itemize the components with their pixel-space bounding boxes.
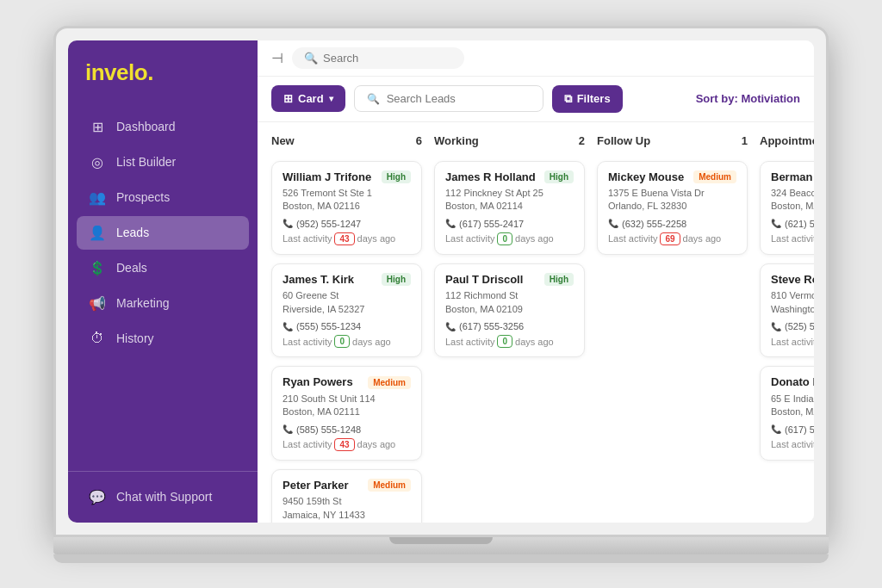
main-content: ⊣ 🔍 ⊞ Card ▾ 🔍 — [258, 40, 814, 523]
dashboard-icon: ⊞ — [89, 119, 106, 135]
lead-phone: 📞(555) 555-1234 — [283, 321, 411, 331]
lead-name-row: Steve Rogers — [771, 273, 814, 287]
laptop-bottom — [53, 554, 829, 563]
sidebar-item-dashboard[interactable]: ⊞ Dashboard — [77, 110, 249, 144]
lead-name-row: James R HollandHigh — [445, 170, 574, 184]
search-leads-icon: 🔍 — [367, 93, 380, 105]
lead-card[interactable]: James R HollandHigh112 Pinckney St Apt 2… — [434, 161, 585, 255]
global-search-box: 🔍 — [292, 47, 464, 69]
lead-card[interactable]: Peter ParkerMedium9450 159th StJamaica, … — [271, 469, 422, 523]
lead-name: James T. Kirk — [283, 273, 354, 287]
filters-button[interactable]: ⧉ Filters — [552, 85, 623, 113]
activity-days-badge: 0 — [497, 335, 512, 348]
sidebar-item-list-builder[interactable]: ◎ List Builder — [77, 145, 249, 179]
lead-name-row: Ryan PowersMedium — [283, 375, 411, 389]
leads-search-input[interactable] — [387, 92, 531, 105]
col-header: New6 — [271, 134, 422, 152]
lead-phone: 📞(617) 555-996... — [771, 424, 814, 435]
sidebar-item-history[interactable]: ⏱ History — [77, 322, 249, 355]
lead-phone: 📞(585) 555-1248 — [283, 424, 411, 435]
lead-address: 112 Pinckney St Apt 25Boston, MA 02114 — [445, 187, 574, 214]
col-header: Follow Up1 — [597, 134, 748, 152]
col-title: Working — [434, 134, 479, 147]
logo: invelo. — [68, 40, 258, 110]
sidebar-item-prospects[interactable]: 👥 Prospects — [77, 181, 249, 214]
kanban-col-appointment-set: Appointment Se...Berman T Gabri...324 Be… — [760, 134, 814, 511]
chat-icon: 💬 — [89, 489, 106, 505]
lead-address: 210 South St Unit 114Boston, MA 02111 — [283, 393, 411, 419]
col-header: Working2 — [434, 134, 585, 152]
lead-phone: 📞(952) 555-1247 — [283, 219, 411, 229]
sidebar-item-leads[interactable]: 👤 Leads — [77, 216, 249, 250]
sidebar-item-chat[interactable]: 💬 Chat with Support — [77, 480, 249, 514]
lead-badge: High — [382, 170, 411, 183]
lead-name: Ryan Powers — [283, 375, 353, 389]
sidebar-item-deals[interactable]: 💲 Deals — [77, 251, 249, 285]
laptop-base — [53, 537, 829, 554]
lead-card[interactable]: Paul T DriscollHigh112 Richmond StBoston… — [434, 263, 585, 357]
sidebar-bottom: 💬 Chat with Support — [68, 471, 258, 514]
collapse-sidebar-button[interactable]: ⊣ — [271, 50, 283, 66]
global-search-input[interactable] — [323, 52, 452, 65]
kanban-col-follow-up: Follow Up1Mickey MouseMedium1375 E Buena… — [597, 134, 748, 511]
lead-name-row: William J TrifoneHigh — [283, 170, 411, 184]
lead-name: Paul T Driscoll — [445, 273, 523, 287]
lead-name-row: James T. KirkHigh — [283, 273, 411, 287]
activity-days-badge: 43 — [334, 438, 354, 451]
activity-days-badge: 0 — [497, 232, 512, 245]
lead-name-row: Donato F Pizzut... — [771, 375, 814, 389]
lead-address: 810 Vermont AveWashington, DC 2... — [771, 289, 814, 316]
phone-icon: 📞 — [445, 322, 456, 331]
sidebar-item-label: Marketing — [116, 296, 169, 310]
lead-card[interactable]: Donato F Pizzut...65 E India Row Ap...Bo… — [760, 366, 814, 460]
lead-address: 65 E India Row Ap...Boston, MA 02110 — [771, 393, 814, 419]
lead-card[interactable]: James T. KirkHigh60 Greene StRiverside, … — [271, 263, 422, 357]
lead-activity: Last activity 0 days ago — [771, 438, 814, 451]
sidebar-item-marketing[interactable]: 📢 Marketing — [77, 287, 249, 320]
lead-name-row: Peter ParkerMedium — [283, 479, 411, 492]
lead-name: Donato F Pizzut... — [771, 375, 814, 389]
sort-selector[interactable]: Sort by: Motiviation — [696, 92, 800, 105]
filter-icon: ⧉ — [564, 92, 572, 106]
lead-badge: High — [382, 273, 411, 286]
lead-card[interactable]: William J TrifoneHigh526 Tremont St Ste … — [271, 161, 422, 255]
lead-name: Peter Parker — [283, 479, 349, 492]
lead-address: 324 Beacon St # 5Boston, MA 02116 — [771, 187, 814, 214]
sidebar-item-label: Leads — [116, 226, 149, 239]
view-card-button[interactable]: ⊞ Card ▾ — [271, 85, 345, 112]
phone-icon: 📞 — [608, 219, 618, 228]
lead-name-row: Berman T Gabri... — [771, 170, 814, 184]
lead-activity: Last activity 0 days ago — [283, 335, 411, 348]
lead-name-row: Paul T DriscollHigh — [445, 273, 574, 287]
sidebar-item-label: List Builder — [116, 155, 176, 169]
lead-phone: 📞(617) 555-2417 — [445, 219, 574, 229]
lead-phone: 📞(632) 555-2258 — [608, 219, 736, 229]
phone-icon: 📞 — [283, 219, 293, 228]
kanban-col-new: New6William J TrifoneHigh526 Tremont St … — [271, 134, 422, 511]
kanban-board: New6William J TrifoneHigh526 Tremont St … — [258, 122, 814, 523]
phone-icon: 📞 — [445, 219, 456, 228]
lead-activity: Last activity 0 days ago — [445, 232, 574, 245]
sidebar: invelo. ⊞ Dashboard ◎ List Builder 👥 Pro… — [68, 40, 258, 523]
kanban-col-working: Working2James R HollandHigh112 Pinckney … — [434, 134, 585, 511]
marketing-icon: 📢 — [89, 295, 106, 312]
col-title: New — [271, 134, 295, 147]
col-count: 2 — [579, 134, 585, 147]
chat-label: Chat with Support — [116, 490, 212, 504]
lead-card[interactable]: Steve Rogers810 Vermont AveWashington, D… — [760, 263, 814, 357]
lead-card[interactable]: Ryan PowersMedium210 South St Unit 114Bo… — [271, 366, 422, 460]
phone-icon: 📞 — [771, 219, 781, 228]
lead-name: Mickey Mouse — [608, 170, 684, 184]
lead-address: 112 Richmond StBoston, MA 02109 — [445, 289, 574, 316]
lead-name: Steve Rogers — [771, 273, 814, 287]
lead-activity: Last activity 43 days ago — [283, 438, 411, 451]
lead-badge: Medium — [693, 170, 736, 183]
lead-phone: 📞(525) 555-325... — [771, 321, 814, 331]
sidebar-nav: ⊞ Dashboard ◎ List Builder 👥 Prospects 👤… — [68, 110, 258, 462]
toolbar: ⊞ Card ▾ 🔍 ⧉ Filters Sort by: Motiviatio… — [258, 77, 814, 122]
lead-activity: Last activity 43 days ago — [283, 232, 411, 245]
lead-activity: Last activity 69 days ago — [608, 232, 736, 245]
lead-card[interactable]: Mickey MouseMedium1375 E Buena Vista DrO… — [597, 161, 748, 255]
lead-card[interactable]: Berman T Gabri...324 Beacon St # 5Boston… — [760, 161, 814, 255]
lead-address: 60 Greene StRiverside, IA 52327 — [283, 289, 411, 316]
